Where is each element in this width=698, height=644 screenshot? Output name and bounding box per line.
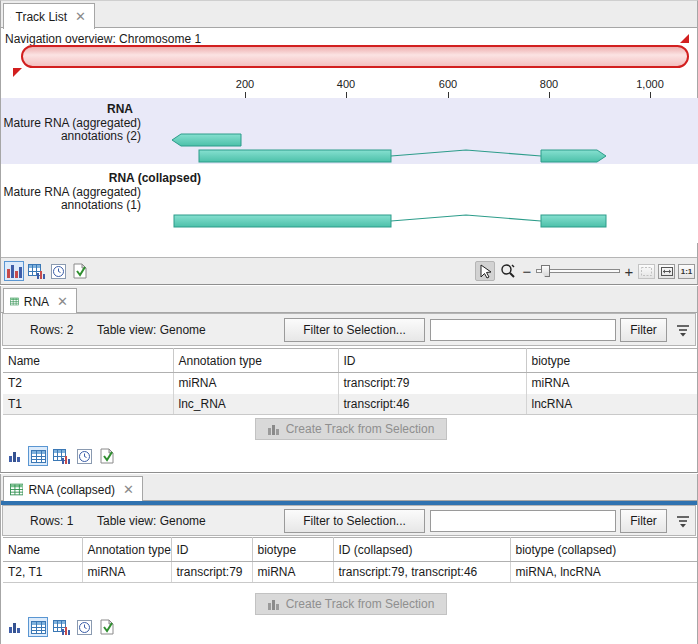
table-cell[interactable]: miRNA <box>252 562 333 583</box>
column-header[interactable]: Name <box>3 349 173 373</box>
rna-collapsed-table-panel: RNA (collapsed) ✕ Rows: 1 Table view: Ge… <box>0 474 698 644</box>
table-cell[interactable]: miRNA <box>82 562 171 583</box>
ruler-tick-label: 800 <box>519 78 579 90</box>
rows-count-label: Rows: 2 <box>30 323 73 337</box>
table-chart-icon <box>53 620 70 635</box>
element-info-button[interactable] <box>97 446 117 466</box>
table-cell[interactable]: miRNA, lncRNA <box>510 562 697 583</box>
zoom-out-button[interactable]: − <box>521 263 533 280</box>
table-view-label: Table view: Genome <box>97 323 206 337</box>
table-cell[interactable]: lncRNA <box>526 394 697 415</box>
table-icon <box>31 450 46 463</box>
close-icon[interactable]: ✕ <box>57 294 68 309</box>
annotation-collapsed-exon-left[interactable] <box>174 215 391 227</box>
table-cell[interactable]: lnc_RNA <box>173 394 338 415</box>
filter-button[interactable]: Filter <box>620 318 667 342</box>
history-view-button[interactable] <box>48 261 68 281</box>
tab-rna-collapsed[interactable]: RNA (collapsed) ✕ <box>3 476 143 502</box>
annotation-t1-exon-arrow[interactable] <box>541 150 606 162</box>
table-row[interactable]: T2miRNAtranscript:79miRNA <box>3 373 697 394</box>
document-check-icon <box>73 263 87 279</box>
tab-track-list[interactable]: Track List ✕ <box>3 3 95 29</box>
zoom-tool-button[interactable] <box>498 261 518 281</box>
create-track-from-selection-button[interactable]: Create Track from Selection <box>255 593 447 615</box>
column-header[interactable]: ID (collapsed) <box>333 538 510 562</box>
navigation-range-start-marker <box>13 68 22 77</box>
table-icon <box>10 295 19 308</box>
zoom-in-button[interactable]: + <box>623 263 635 280</box>
document-check-icon <box>100 619 114 635</box>
table-view-mode-button[interactable] <box>28 617 48 637</box>
filter-button[interactable]: Filter <box>620 509 667 533</box>
element-info-button[interactable] <box>70 261 90 281</box>
table-cell[interactable]: T2 <box>3 373 173 394</box>
table-chart-icon <box>28 264 45 279</box>
create-track-label: Create Track from Selection <box>286 597 435 611</box>
table-cell[interactable]: transcript:79 <box>338 373 526 394</box>
navigation-overview-label: Navigation overview: Chromosome 1 <box>5 32 201 46</box>
history-view-button[interactable] <box>74 446 94 466</box>
annotation-t2-arrow[interactable] <box>172 134 241 146</box>
table-cell[interactable]: T1 <box>3 394 173 415</box>
create-track-icon <box>268 423 280 435</box>
filter-to-selection-button[interactable]: Filter to Selection... <box>284 318 425 342</box>
bar-chart-icon <box>9 621 21 633</box>
table-icon <box>10 483 23 496</box>
track-view-mode-button[interactable] <box>4 261 24 281</box>
chart-view-mode-button[interactable] <box>5 617 25 637</box>
table-cell[interactable]: miRNA <box>526 373 697 394</box>
selection-cursor-button[interactable] <box>475 261 495 281</box>
history-view-button[interactable] <box>74 617 94 637</box>
close-icon[interactable]: ✕ <box>123 482 134 497</box>
rna-table-toolbar: Rows: 2 Table view: Genome Filter to Sel… <box>2 313 696 346</box>
split-table-view-button[interactable] <box>51 446 71 466</box>
column-header[interactable]: Annotation type <box>82 538 171 562</box>
rows-count-label: Rows: 1 <box>30 514 73 528</box>
zoom-100-button[interactable]: 1:1 <box>678 264 695 279</box>
annotation-collapsed-exon-right[interactable] <box>541 215 606 227</box>
split-table-view-button[interactable] <box>51 617 71 637</box>
filter-search-input[interactable] <box>430 510 616 532</box>
tab-label: RNA <box>24 295 49 309</box>
clock-icon <box>77 620 92 635</box>
filter-search-input[interactable] <box>430 319 616 341</box>
table-row[interactable]: T1lnc_RNAtranscript:46lncRNA <box>3 394 697 415</box>
table-view-mode-button[interactable] <box>26 261 46 281</box>
table-row[interactable]: T2, T1miRNAtranscript:79miRNAtranscript:… <box>3 562 697 583</box>
column-header[interactable]: Annotation type <box>173 349 338 373</box>
tab-rna[interactable]: RNA ✕ <box>3 288 77 314</box>
table-cell[interactable]: transcript:79, transcript:46 <box>333 562 510 583</box>
column-header[interactable]: biotype <box>526 349 697 373</box>
table-cell[interactable]: T2, T1 <box>3 562 82 583</box>
advanced-filter-icon[interactable] <box>674 512 692 530</box>
close-icon[interactable]: ✕ <box>75 9 86 24</box>
advanced-filter-icon[interactable] <box>674 321 692 339</box>
rna-collapsed-annotation-table: NameAnnotation typeIDbiotypeID (collapse… <box>3 537 697 583</box>
column-header[interactable]: biotype <box>252 538 333 562</box>
column-header[interactable]: Name <box>3 538 82 562</box>
tab-label: RNA (collapsed) <box>28 483 115 497</box>
rna-collapsed-table-toolbar: Rows: 1 Table view: Genome Filter to Sel… <box>2 505 696 536</box>
create-track-from-selection-button[interactable]: Create Track from Selection <box>255 418 447 440</box>
zoom-slider-thumb[interactable] <box>541 265 550 277</box>
element-info-button[interactable] <box>97 617 117 637</box>
zoom-to-selection-button[interactable] <box>638 264 655 279</box>
ruler-tick-label: 1,000 <box>620 78 680 90</box>
fit-width-button[interactable] <box>658 264 675 279</box>
zoom-100-label: 1:1 <box>681 267 693 276</box>
ruler-tick-label: 400 <box>316 78 376 90</box>
chart-view-mode-button[interactable] <box>5 446 25 466</box>
column-header[interactable]: ID <box>338 349 526 373</box>
column-header[interactable]: ID <box>171 538 252 562</box>
table-cell[interactable]: transcript:46 <box>338 394 526 415</box>
navigation-overview-bar[interactable] <box>21 45 689 68</box>
annotation-t1-exon[interactable] <box>199 150 391 162</box>
column-header[interactable]: biotype (collapsed) <box>510 538 697 562</box>
filter-to-selection-button[interactable]: Filter to Selection... <box>284 509 425 533</box>
table-cell[interactable]: miRNA <box>173 373 338 394</box>
track-list-statusbar: − + 1:1 <box>1 257 697 284</box>
table-view-mode-button[interactable] <box>28 446 48 466</box>
table-chart-icon <box>53 449 70 464</box>
zoom-slider[interactable] <box>536 264 620 278</box>
table-cell[interactable]: transcript:79 <box>171 562 252 583</box>
